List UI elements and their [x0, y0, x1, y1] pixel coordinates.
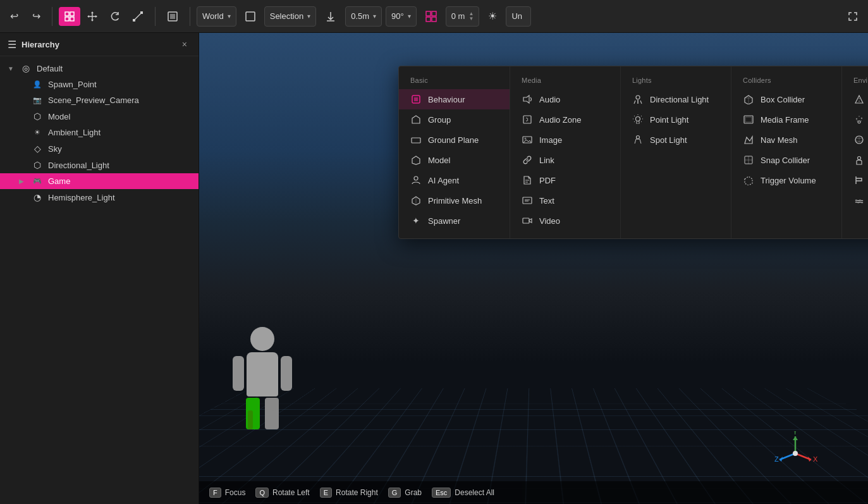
menu-item-ai-agent[interactable]: AI Agent: [399, 170, 510, 190]
menu-item-link[interactable]: Link: [510, 150, 620, 170]
menu-icon-snap-collider: [743, 154, 754, 166]
menu-item-behaviour[interactable]: Behaviour: [399, 89, 510, 109]
svg-rect-59: [745, 117, 752, 122]
svg-rect-11: [426, 11, 431, 16]
hierarchy-close-button[interactable]: ×: [178, 38, 191, 51]
menu-label-audio: Audio: [539, 95, 560, 104]
menu-item-ground-plane[interactable]: Ground Plane: [399, 130, 510, 150]
menu-item-audio-zone[interactable]: Audio Zone: [510, 109, 620, 130]
menu-item-media-frame[interactable]: Media Frame: [731, 109, 841, 130]
menu-item-spot-light[interactable]: Spot Light: [621, 130, 731, 150]
move-tool-button[interactable]: [82, 7, 103, 26]
hierarchy-icon: ☰: [8, 39, 16, 51]
view-button[interactable]: [240, 8, 260, 25]
menu-item-nav-mesh[interactable]: Nav Mesh: [731, 130, 841, 150]
menu-icon-media-frame: [743, 114, 754, 125]
redo-button[interactable]: ↪: [27, 6, 46, 26]
world-chevron: ▾: [228, 13, 231, 20]
menu-icon-audio-zone: [522, 114, 533, 125]
menu-item-audio[interactable]: Audio: [510, 89, 620, 109]
rotate-tool-button[interactable]: [104, 7, 126, 26]
undo-button[interactable]: ↩: [5, 6, 23, 26]
hierarchy-item-sky[interactable]: ◇ Sky: [0, 140, 199, 157]
viewport[interactable]: X Y Z F Focus Q Rotate Left E Rotate Rig…: [199, 33, 868, 504]
svg-rect-26: [414, 97, 418, 101]
hierarchy-item-game[interactable]: ▶ 🎮 Game: [0, 173, 199, 189]
menu-item-way-point[interactable]: Way Point: [842, 170, 868, 190]
hierarchy-item-directional-light[interactable]: ⬡ Directional_Light: [0, 157, 199, 173]
fullscreen-button[interactable]: [843, 8, 863, 25]
snap-button[interactable]: [162, 7, 183, 26]
menu-item-water[interactable]: Water: [842, 190, 868, 211]
key-f: F: [209, 488, 221, 498]
hierarchy-item-hemisphere-light[interactable]: ◔ Hemisphere_Light: [0, 189, 199, 206]
menu-column-environment: Environment Mirror: [841, 66, 868, 238]
menu-label-audio-zone: Audio Zone: [539, 115, 582, 125]
menu-label-box-collider: Box Collider: [761, 95, 805, 104]
menu-label-group: Group: [428, 115, 451, 125]
svg-point-40: [636, 95, 640, 99]
menu-item-directional-light[interactable]: Directional Light: [621, 89, 731, 109]
menu-icon-box-collider: [743, 94, 754, 105]
scale-tool-button[interactable]: [127, 7, 149, 26]
toolbar-sep-1: [52, 7, 52, 26]
menu-icon-model: [410, 154, 422, 166]
menu-item-trigger-volume[interactable]: Trigger Volume: [731, 170, 841, 190]
menu-item-pdf[interactable]: PDF: [510, 170, 620, 190]
hierarchy-item-camera[interactable]: 📷 Scene_Preview_Camera: [0, 92, 199, 108]
menu-item-text[interactable]: Text: [510, 190, 620, 211]
select-tool-button[interactable]: [59, 7, 80, 26]
menu-item-snap-collider[interactable]: Snap Collider: [731, 150, 841, 170]
hierarchy-item-spawn-point[interactable]: 👤 Spawn_Point: [0, 77, 199, 92]
selection-dropdown[interactable]: Selection ▾: [264, 6, 316, 27]
item-icon-game: 🎮: [32, 177, 43, 185]
menu-label-spawner: Spawner: [428, 216, 460, 226]
menu-label-image: Image: [539, 135, 562, 145]
item-label-spawn: Spawn_Point: [48, 80, 97, 89]
menu-item-box-collider[interactable]: Box Collider: [731, 89, 841, 109]
unlit-label: Un: [511, 11, 522, 21]
world-dropdown[interactable]: World ▾: [197, 6, 236, 27]
angle-dropdown[interactable]: 90° ▾: [386, 6, 417, 27]
menu-label-snap-collider: Snap Collider: [761, 156, 810, 165]
snap-amount-dropdown[interactable]: 0.5m ▾: [345, 6, 382, 27]
char-leg-left-green: [248, 410, 253, 429]
menu-item-image[interactable]: Image: [510, 130, 620, 150]
svg-point-66: [861, 118, 862, 119]
menu-item-video[interactable]: Video: [510, 211, 620, 231]
hierarchy-item-model[interactable]: ⬡ Model: [0, 108, 199, 125]
menu-item-mirror[interactable]: Mirror: [842, 89, 868, 109]
svg-point-64: [858, 121, 860, 123]
svg-point-65: [856, 118, 857, 120]
key-esc: Esc: [432, 488, 451, 498]
hierarchy-item-default[interactable]: ▼ ◎ Default: [0, 60, 199, 77]
position-display[interactable]: 0 m ▲▼: [446, 6, 480, 27]
svg-rect-39: [523, 218, 529, 223]
hierarchy-item-ambient-light[interactable]: ☀ Ambient_Light: [0, 125, 199, 140]
menu-item-skybox[interactable]: Skybox: [842, 130, 868, 150]
menu-item-point-light[interactable]: Point Light: [621, 109, 731, 130]
menu-item-model[interactable]: Model: [399, 150, 510, 170]
menu-category-media: Media: [510, 74, 620, 89]
snap-to-ground-button[interactable]: [320, 7, 341, 26]
action-grab: Grab: [405, 488, 422, 497]
item-label-default: Default: [37, 64, 63, 73]
svg-point-68: [857, 120, 858, 121]
item-icon-dir-light: ⬡: [32, 160, 43, 170]
menu-item-spawner[interactable]: ✦ Spawner: [399, 211, 510, 231]
item-icon-model: ⬡: [32, 111, 43, 121]
unlit-dropdown[interactable]: Un: [506, 6, 531, 27]
menu-icon-pdf: [522, 175, 533, 186]
menu-item-primitive-mesh[interactable]: Primitive Mesh: [399, 190, 510, 211]
key-q: Q: [255, 488, 269, 498]
menu-item-particle-emitter[interactable]: Particle Emitter: [842, 109, 868, 130]
menu-item-group[interactable]: Group: [399, 109, 510, 130]
menu-item-spawn-point-env[interactable]: Spawn Point: [842, 150, 868, 170]
menu-category-colliders: Colliders: [731, 74, 841, 89]
item-label-dir-light: Directional_Light: [48, 161, 109, 170]
sun-button[interactable]: ☀: [483, 6, 502, 26]
grid-button[interactable]: [420, 7, 442, 26]
menu-column-lights: Lights Directional Light: [620, 66, 731, 238]
sidebar: ☰ Hierarchy × ▼ ◎ Default 👤 Spawn_Point …: [0, 33, 199, 504]
axes-widget: X Y Z: [773, 431, 817, 476]
